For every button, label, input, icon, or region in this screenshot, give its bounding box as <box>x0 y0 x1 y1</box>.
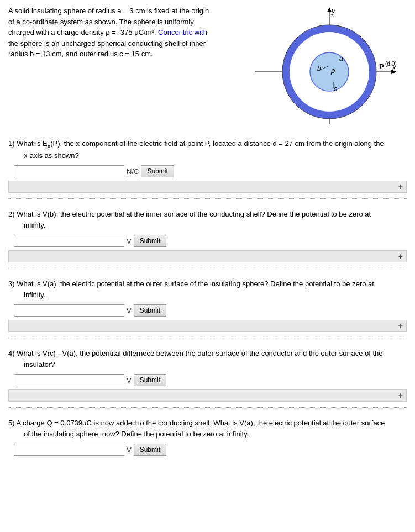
q3-input[interactable] <box>14 304 124 317</box>
question-5-text: 5) A charge Q = 0.0739μC is now added to… <box>8 418 407 439</box>
q5-answer-row: V Submit <box>8 444 407 456</box>
q4-input[interactable] <box>14 374 124 386</box>
q1-number: 1) What is Ex(P), the x-component of the… <box>8 139 384 148</box>
problem-line-4: the sphere is an uncharged spherical con… <box>8 38 241 49</box>
question-2-text: 2) What is V(b), the electric potential … <box>8 209 407 230</box>
q4-answer-row: V Submit <box>8 374 407 386</box>
q5-unit: V <box>127 446 132 454</box>
label-rho: ρ <box>330 66 335 75</box>
q4-unit: V <box>127 376 132 384</box>
problem-description: A solid insulating sphere of radius a = … <box>8 6 241 127</box>
label-y: y <box>331 7 336 15</box>
question-2-block: 2) What is V(b), the electric potential … <box>8 209 407 268</box>
q1-input[interactable] <box>14 165 124 177</box>
svg-marker-2 <box>327 7 332 12</box>
q2-submit[interactable]: Submit <box>134 235 166 247</box>
q5-content-2: of the insulating sphere, now? Define th… <box>8 430 249 438</box>
q1-submit[interactable]: Submit <box>141 165 174 177</box>
problem-line-2: of a co-ordinate system as shown. The sp… <box>8 17 241 28</box>
q4-content-2: insulator? <box>8 360 55 368</box>
q4-expand-icon: + <box>398 391 403 400</box>
q2-expand-icon: + <box>398 252 403 261</box>
diagram-svg: a b c ρ y x P (d,0) <box>252 6 407 127</box>
q1-unit: N/C <box>127 167 139 176</box>
q5-submit[interactable]: Submit <box>134 444 166 456</box>
diagram: a b c ρ y x P (d,0) <box>252 6 407 127</box>
label-a: a <box>339 55 343 62</box>
q3-submit[interactable]: Submit <box>134 304 166 317</box>
q4-expand-bar[interactable]: + <box>8 389 407 402</box>
q2-input[interactable] <box>14 235 124 247</box>
q4-content: 4) What is V(c) - V(a), the potentital d… <box>8 349 383 357</box>
question-3-block: 3) What is V(a), the electric potential … <box>8 278 407 338</box>
q3-content: 3) What is V(a), the electric potential … <box>8 280 374 288</box>
label-c: c <box>334 85 337 93</box>
q5-input[interactable] <box>14 444 124 456</box>
question-1-text: 1) What is Ex(P), the x-component of the… <box>8 138 407 161</box>
problem-line-3: charged with a charge density ρ = -375 μ… <box>8 27 241 38</box>
label-point-sub: (d,0) <box>385 61 397 67</box>
label-b: b <box>317 65 321 72</box>
q2-expand-bar[interactable]: + <box>8 250 407 262</box>
q2-answer-row: V Submit <box>8 235 407 247</box>
q3-expand-icon: + <box>398 322 403 330</box>
problem-header: A solid insulating sphere of radius a = … <box>8 6 407 127</box>
question-4-text: 4) What is V(c) - V(a), the potentital d… <box>8 348 407 370</box>
questions-container: 1) What is Ex(P), the x-component of the… <box>8 138 407 465</box>
q4-submit[interactable]: Submit <box>134 374 166 386</box>
q1-answer-row: N/C Submit <box>8 165 407 177</box>
problem-line-1: A solid insulating sphere of radius a = … <box>8 6 241 17</box>
q2-unit: V <box>127 237 132 245</box>
question-4-block: 4) What is V(c) - V(a), the potentital d… <box>8 348 407 408</box>
question-1-block: 1) What is Ex(P), the x-component of the… <box>8 138 407 199</box>
q3-answer-row: V Submit <box>8 304 407 317</box>
q1-expand-bar[interactable]: + <box>8 181 407 193</box>
problem-line-5: radius b = 13 cm, and outer radius c = 1… <box>8 49 241 60</box>
q2-content-2: infinity. <box>8 221 46 229</box>
q3-expand-bar[interactable]: + <box>8 320 407 332</box>
q2-content: 2) What is V(b), the electric potential … <box>8 210 371 218</box>
q3-unit: V <box>127 307 132 315</box>
question-3-text: 3) What is V(a), the electric potential … <box>8 278 407 300</box>
q3-content-2: infinity. <box>8 291 46 299</box>
q1-text-2: x-axis as shown? <box>8 151 79 160</box>
q5-content: 5) A charge Q = 0.0739μC is now added to… <box>8 419 385 427</box>
q1-expand-icon: + <box>398 182 403 191</box>
question-5-block: 5) A charge Q = 0.0739μC is now added to… <box>8 418 407 465</box>
label-point: P <box>379 62 384 71</box>
concentric-text: Concentric with <box>158 28 207 36</box>
